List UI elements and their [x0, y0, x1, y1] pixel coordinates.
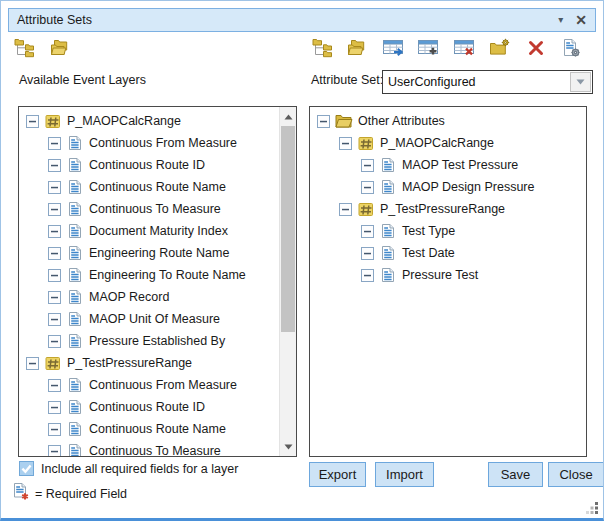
- tree-item-test-date[interactable]: Test Date: [310, 242, 586, 264]
- add-table-icon[interactable]: [417, 37, 441, 59]
- document-settings-icon[interactable]: [559, 37, 583, 59]
- collapse-toggle-icon[interactable]: [48, 181, 61, 194]
- required-field-legend: = Required Field: [13, 482, 127, 505]
- tree-item-label: Document Maturity Index: [89, 224, 228, 238]
- tree-item-label: Continuous From Measure: [89, 136, 237, 150]
- collapse-toggle-icon[interactable]: [48, 401, 61, 414]
- collapse-toggle-icon[interactable]: [339, 137, 352, 150]
- open-folder-icon[interactable]: [346, 37, 370, 59]
- tree-item-engineering-to-route-name[interactable]: Engineering To Route Name: [19, 264, 279, 286]
- tree-item-p-maopcalcrange[interactable]: P_MAOPCalcRange: [19, 110, 279, 132]
- folder-open-icon: [335, 113, 353, 129]
- collapse-toggle-icon[interactable]: [48, 137, 61, 150]
- new-attribute-set-tree-icon[interactable]: [13, 37, 37, 59]
- tree-item-label: MAOP Unit Of Measure: [89, 312, 220, 326]
- attribute-set-panel: Other AttributesP_MAOPCalcRangeMAOP Test…: [309, 106, 587, 457]
- scrollbar-thumb[interactable]: [281, 126, 295, 332]
- collapse-toggle-icon[interactable]: [361, 269, 374, 282]
- tree-item-continuous-to-measure[interactable]: Continuous To Measure: [19, 198, 279, 220]
- collapse-toggle-icon[interactable]: [48, 445, 61, 458]
- tree-item-p-testpressurerange[interactable]: P_TestPressureRange: [310, 198, 586, 220]
- collapse-toggle-icon[interactable]: [339, 203, 352, 216]
- export-table-icon[interactable]: [382, 37, 406, 59]
- dropdown-arrow-icon[interactable]: [570, 72, 591, 92]
- open-attribute-set-folder-icon[interactable]: [49, 37, 73, 59]
- close-icon[interactable]: ✕: [575, 13, 587, 27]
- tree-item-other-attributes[interactable]: Other Attributes: [310, 110, 586, 132]
- collapse-toggle-icon[interactable]: [48, 379, 61, 392]
- tree-item-pressure-established-by[interactable]: Pressure Established By: [19, 330, 279, 352]
- collapse-toggle-icon[interactable]: [317, 115, 330, 128]
- tree-item-label: Continuous To Measure: [89, 202, 221, 216]
- tree-item-label: MAOP Test Pressure: [402, 158, 518, 172]
- dock-menu-icon[interactable]: ▾: [558, 15, 563, 25]
- tree-item-label: Test Date: [402, 246, 455, 260]
- attribute-set-dropdown[interactable]: UserConfigured: [382, 70, 593, 94]
- scroll-up-icon[interactable]: [280, 109, 296, 124]
- collapse-toggle-icon[interactable]: [361, 247, 374, 260]
- tree-item-test-type[interactable]: Test Type: [310, 220, 586, 242]
- collapse-toggle-icon[interactable]: [48, 159, 61, 172]
- attribute-set-tree-icon[interactable]: [311, 37, 335, 59]
- collapse-toggle-icon[interactable]: [48, 335, 61, 348]
- tree-item-label: Continuous Route Name: [89, 180, 226, 194]
- field-icon: [66, 179, 84, 195]
- scroll-down-icon[interactable]: [280, 439, 296, 454]
- tree-item-label: Pressure Test: [402, 268, 478, 282]
- collapse-toggle-icon[interactable]: [48, 313, 61, 326]
- attribute-set-label: Attribute Set:: [311, 73, 383, 87]
- tree-item-continuous-from-measure[interactable]: Continuous From Measure: [19, 374, 279, 396]
- collapse-toggle-icon[interactable]: [48, 423, 61, 436]
- include-required-fields-checkbox[interactable]: [19, 461, 34, 476]
- tree-item-maop-test-pressure[interactable]: MAOP Test Pressure: [310, 154, 586, 176]
- tree-item-label: Engineering Route Name: [89, 246, 229, 260]
- tree-item-continuous-from-measure[interactable]: Continuous From Measure: [19, 132, 279, 154]
- field-icon: [379, 267, 397, 283]
- field-icon: [66, 135, 84, 151]
- titlebar[interactable]: Attribute Sets ▾ ✕: [8, 8, 596, 32]
- import-button[interactable]: Import: [375, 462, 434, 487]
- field-icon: [66, 377, 84, 393]
- tree-item-maop-record[interactable]: MAOP Record: [19, 286, 279, 308]
- tree-item-continuous-route-name[interactable]: Continuous Route Name: [19, 176, 279, 198]
- tree-item-p-testpressurerange[interactable]: P_TestPressureRange: [19, 352, 279, 374]
- collapse-toggle-icon[interactable]: [48, 269, 61, 282]
- tree-item-continuous-route-name[interactable]: Continuous Route Name: [19, 418, 279, 440]
- collapse-toggle-icon[interactable]: [48, 203, 61, 216]
- tree-item-document-maturity-index[interactable]: Document Maturity Index: [19, 220, 279, 242]
- collapse-toggle-icon[interactable]: [361, 225, 374, 238]
- collapse-toggle-icon[interactable]: [26, 357, 39, 370]
- save-button[interactable]: Save: [488, 462, 543, 487]
- window-title: Attribute Sets: [17, 13, 546, 27]
- field-icon: [379, 245, 397, 261]
- tree-item-continuous-route-id[interactable]: Continuous Route ID: [19, 154, 279, 176]
- event-layer-icon: [357, 135, 375, 151]
- collapse-toggle-icon[interactable]: [48, 247, 61, 260]
- tree-item-p-maopcalcrange[interactable]: P_MAOPCalcRange: [310, 132, 586, 154]
- remove-table-icon[interactable]: [453, 37, 477, 59]
- resize-grip[interactable]: [585, 501, 599, 515]
- close-button[interactable]: Close: [548, 462, 604, 487]
- vertical-scrollbar[interactable]: [279, 107, 296, 456]
- tree-item-continuous-to-measure[interactable]: Continuous To Measure: [19, 440, 279, 457]
- tree-item-engineering-route-name[interactable]: Engineering Route Name: [19, 242, 279, 264]
- field-icon: [66, 157, 84, 173]
- tree-item-maop-unit-of-measure[interactable]: MAOP Unit Of Measure: [19, 308, 279, 330]
- export-button[interactable]: Export: [309, 462, 366, 487]
- collapse-toggle-icon[interactable]: [48, 225, 61, 238]
- tree-item-continuous-route-id[interactable]: Continuous Route ID: [19, 396, 279, 418]
- tree-item-label: Continuous Route ID: [89, 158, 205, 172]
- tree-item-label: Test Type: [402, 224, 455, 238]
- tree-item-label: MAOP Design Pressure: [402, 180, 534, 194]
- collapse-toggle-icon[interactable]: [361, 159, 374, 172]
- tree-item-pressure-test[interactable]: Pressure Test: [310, 264, 586, 286]
- collapse-toggle-icon[interactable]: [26, 115, 39, 128]
- collapse-toggle-icon[interactable]: [48, 291, 61, 304]
- tree-item-label: Engineering To Route Name: [89, 268, 246, 282]
- delete-icon[interactable]: [524, 37, 548, 59]
- collapse-toggle-icon[interactable]: [361, 181, 374, 194]
- available-event-layers-label: Available Event Layers: [19, 73, 146, 87]
- tree-item-maop-design-pressure[interactable]: MAOP Design Pressure: [310, 176, 586, 198]
- include-required-fields-row[interactable]: Include all required fields for a layer: [19, 461, 238, 476]
- new-folder-icon[interactable]: [488, 37, 512, 59]
